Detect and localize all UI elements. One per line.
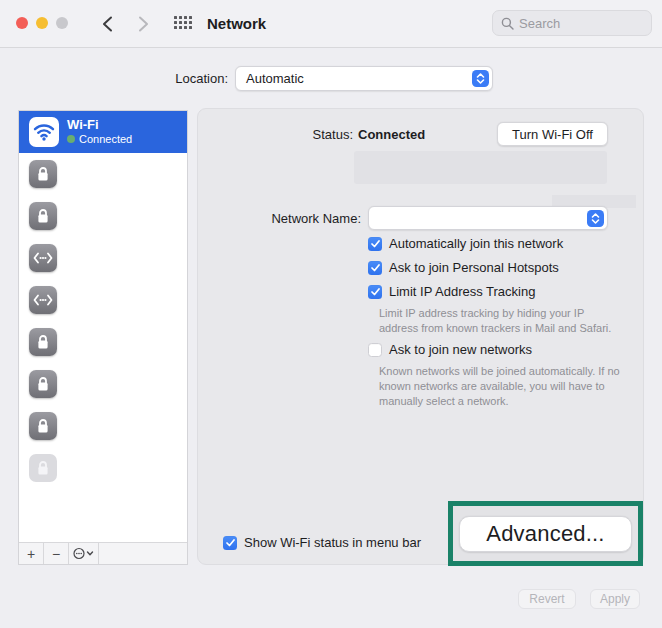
close-window-button[interactable] — [16, 17, 28, 29]
checkbox-label: Limit IP Address Tracking — [389, 284, 535, 299]
sidebar-item-service[interactable] — [19, 279, 187, 321]
service-list: Wi-Fi Connected — [19, 111, 187, 543]
checkbox-row: Limit IP Address Tracking — [368, 284, 535, 299]
sidebar-item-service[interactable] — [19, 237, 187, 279]
back-button[interactable] — [96, 13, 118, 35]
zoom-window-button — [56, 17, 68, 29]
apply-button: Apply — [590, 589, 640, 609]
lock-icon — [29, 328, 57, 356]
wifi-icon — [29, 117, 59, 147]
connected-dot-icon — [67, 135, 75, 143]
lock-icon — [29, 370, 57, 398]
status-label: Status: — [198, 127, 353, 142]
checkbox-show-wifi-menubar[interactable] — [223, 536, 237, 550]
redacted-status-detail — [354, 151, 607, 184]
bridge-icon — [29, 244, 57, 272]
lock-icon — [29, 202, 57, 230]
checkbox-label: Ask to join Personal Hotspots — [389, 260, 559, 275]
sidebar-item-service[interactable] — [19, 405, 187, 447]
service-list-toolbar: + − — [19, 542, 187, 564]
checkbox-personal-hotspots[interactable] — [368, 261, 382, 275]
dropdown-stepper-icon — [472, 70, 489, 87]
checkbox-label: Automatically join this network — [389, 236, 563, 251]
limit-ip-helper-text: Limit IP address tracking by hiding your… — [379, 306, 616, 336]
checkbox-label: Ask to join new networks — [389, 342, 532, 357]
checkbox-auto-join[interactable] — [368, 237, 382, 251]
location-dropdown[interactable]: Automatic — [235, 66, 493, 91]
lock-icon — [29, 160, 57, 188]
checkbox-row: Automatically join this network — [368, 236, 563, 251]
sidebar-item-service-inactive[interactable] — [19, 447, 187, 489]
lock-icon — [29, 454, 57, 482]
wifi-label: Wi-Fi — [67, 118, 132, 133]
show-all-grid-icon[interactable] — [174, 16, 193, 31]
search-icon — [501, 17, 514, 30]
dropdown-stepper-icon — [587, 210, 604, 227]
checkbox-label: Show Wi-Fi status in menu bar — [244, 535, 421, 550]
wifi-status: Connected — [67, 133, 132, 146]
sidebar-item-service[interactable] — [19, 321, 187, 363]
status-value: Connected — [358, 127, 425, 142]
checkbox-ask-join-new[interactable] — [368, 343, 382, 357]
search-input[interactable]: Search — [492, 10, 652, 36]
location-value: Automatic — [246, 71, 472, 86]
sidebar-item-service[interactable] — [19, 363, 187, 405]
checkbox-row: Ask to join Personal Hotspots — [368, 260, 559, 275]
checkbox-row: Ask to join new networks — [368, 342, 532, 357]
checkbox-row: Show Wi-Fi status in menu bar — [223, 535, 421, 550]
search-placeholder: Search — [519, 16, 560, 31]
lock-icon — [29, 412, 57, 440]
service-actions-menu-button[interactable] — [69, 543, 99, 564]
revert-button: Revert — [518, 589, 576, 609]
turn-wifi-off-button[interactable]: Turn Wi-Fi Off — [497, 122, 608, 146]
network-name-dropdown[interactable] — [368, 206, 608, 230]
network-services-sidebar: Wi-Fi Connected — [18, 110, 188, 565]
bridge-icon — [29, 286, 57, 314]
wifi-settings-panel: Status: Connected Turn Wi-Fi Off Network… — [197, 108, 644, 565]
ask-join-helper-text: Known networks will be joined automatica… — [379, 364, 629, 409]
sidebar-item-service[interactable] — [19, 195, 187, 237]
sidebar-item-wifi[interactable]: Wi-Fi Connected — [19, 111, 187, 153]
sidebar-item-service[interactable] — [19, 153, 187, 195]
checkbox-limit-ip-tracking[interactable] — [368, 285, 382, 299]
location-label: Location: — [0, 71, 228, 86]
minimize-window-button[interactable] — [36, 17, 48, 29]
page-title: Network — [207, 15, 266, 32]
network-name-label: Network Name: — [198, 211, 361, 226]
advanced-highlight-box: Advanced... — [448, 501, 643, 566]
add-service-button[interactable]: + — [19, 543, 44, 564]
titlebar: Network Search — [0, 0, 662, 48]
advanced-button[interactable]: Advanced... — [459, 516, 632, 552]
remove-service-button[interactable]: − — [44, 543, 69, 564]
forward-button[interactable] — [132, 13, 154, 35]
